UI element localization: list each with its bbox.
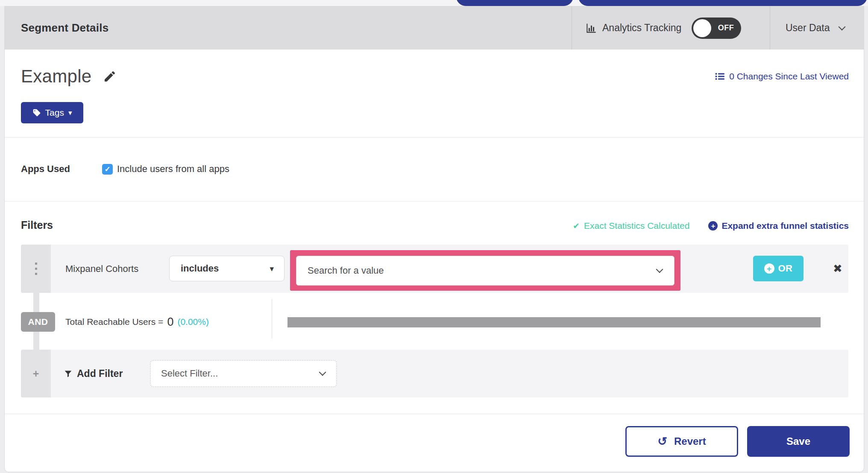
expand-funnel-statistics-link[interactable]: + Expand extra funnel statistics <box>708 221 849 231</box>
add-filter-label: Add Filter <box>77 368 123 380</box>
revert-button[interactable]: ↺ Revert <box>625 426 738 457</box>
segment-details-page: Segment Details Analytics Tracking OFF <box>0 0 868 473</box>
changes-since-last-viewed-link[interactable]: 0 Changes Since Last Viewed <box>715 71 849 82</box>
bar-chart-icon <box>586 22 597 34</box>
edit-pencil-icon[interactable] <box>103 70 117 83</box>
chevron-down-icon <box>319 369 326 376</box>
reachable-users-percent: (0.00%) <box>177 317 209 327</box>
footer-divider <box>5 414 864 414</box>
reachable-users-progress-bar <box>287 317 821 327</box>
reachable-users-value: 0 <box>167 315 173 329</box>
segment-title-group: Example <box>21 66 117 87</box>
plus-circle-icon: + <box>708 221 718 231</box>
exact-statistics-label: Exact Statistics Calculated <box>584 221 689 231</box>
apps-used-row: Apps Used ✓ Include users from all apps <box>21 164 229 175</box>
save-button[interactable]: Save <box>747 426 850 457</box>
analytics-tracking-group: Analytics Tracking OFF <box>586 6 741 50</box>
exact-statistics-status: ✔ Exact Statistics Calculated <box>573 221 689 231</box>
expand-funnel-statistics-label: Expand extra funnel statistics <box>721 221 849 231</box>
select-filter-dropdown[interactable]: Select Filter... <box>150 360 337 387</box>
reachable-users-label: Total Reachable Users = <box>65 317 163 327</box>
top-nav-button-left[interactable] <box>456 0 573 6</box>
tags-button-label: Tags <box>45 108 64 118</box>
top-nav-button-right[interactable] <box>578 0 867 6</box>
filter-operator-value: includes <box>181 263 219 274</box>
section-divider <box>5 201 864 201</box>
chevron-down-icon <box>838 23 845 30</box>
check-icon: ✔ <box>573 221 580 231</box>
caret-down-icon: ▾ <box>68 109 72 117</box>
revert-button-label: Revert <box>674 435 706 447</box>
caret-down-icon: ▾ <box>270 264 274 274</box>
filter-field-label: Mixpanel Cohorts <box>65 245 138 293</box>
tags-button[interactable]: Tags ▾ <box>21 102 83 123</box>
highlight-annotation-box: Search for a value <box>290 250 680 291</box>
include-all-apps-checkbox[interactable]: ✓ <box>102 164 113 175</box>
add-filter-plus-column[interactable]: + <box>21 350 51 397</box>
analytics-tracking-toggle[interactable]: OFF <box>692 18 741 39</box>
plus-circle-icon: + <box>764 263 774 274</box>
and-conjunction-badge: AND <box>21 312 55 332</box>
vertical-divider <box>272 299 272 339</box>
page-title: Segment Details <box>21 6 108 50</box>
header-divider <box>572 6 572 50</box>
plus-icon: + <box>33 368 39 380</box>
funnel-icon <box>64 369 73 378</box>
card-header: Segment Details Analytics Tracking OFF <box>5 6 864 50</box>
add-filter-action[interactable]: Add Filter <box>64 350 123 397</box>
include-all-apps-label: Include users from all apps <box>117 164 229 175</box>
apps-used-label: Apps Used <box>21 164 102 175</box>
tag-icon <box>32 108 41 117</box>
filter-operator-select[interactable]: includes ▾ <box>169 256 284 281</box>
filters-heading: Filters <box>21 219 53 231</box>
toggle-knob <box>693 19 711 37</box>
filters-status-line: ✔ Exact Statistics Calculated + Expand e… <box>573 221 849 231</box>
add-filter-row: + Add Filter Select Filter... <box>21 350 848 397</box>
close-icon: ✖ <box>833 262 842 275</box>
chevron-down-icon <box>656 266 663 273</box>
analytics-tracking-label: Analytics Tracking <box>602 22 681 34</box>
checkbox-check-icon: ✓ <box>104 165 110 174</box>
select-filter-placeholder: Select Filter... <box>161 368 218 379</box>
filter-value-select[interactable]: Search for a value <box>296 256 674 286</box>
top-strip <box>0 0 868 6</box>
section-divider <box>5 137 864 137</box>
header-divider <box>770 6 770 50</box>
revert-arrow-icon: ↺ <box>657 435 667 448</box>
drag-handle-icon[interactable] <box>21 245 51 293</box>
total-reachable-users: Total Reachable Users = 0 (0.00%) <box>65 312 209 332</box>
segment-details-card: Segment Details Analytics Tracking OFF <box>4 6 864 472</box>
changes-link-label: 0 Changes Since Last Viewed <box>729 71 849 82</box>
filter-row: Mixpanel Cohorts includes ▾ Search for a… <box>21 245 848 293</box>
change-list-icon <box>715 71 725 82</box>
filter-value-placeholder: Search for a value <box>308 265 384 276</box>
add-or-condition-button[interactable]: + OR <box>753 256 803 281</box>
toggle-state-label: OFF <box>718 18 734 39</box>
user-data-dropdown[interactable]: User Data <box>786 6 845 50</box>
or-button-label: OR <box>778 263 793 274</box>
user-data-label: User Data <box>786 22 830 34</box>
segment-name: Example <box>21 66 92 87</box>
remove-filter-button[interactable]: ✖ <box>823 245 853 293</box>
